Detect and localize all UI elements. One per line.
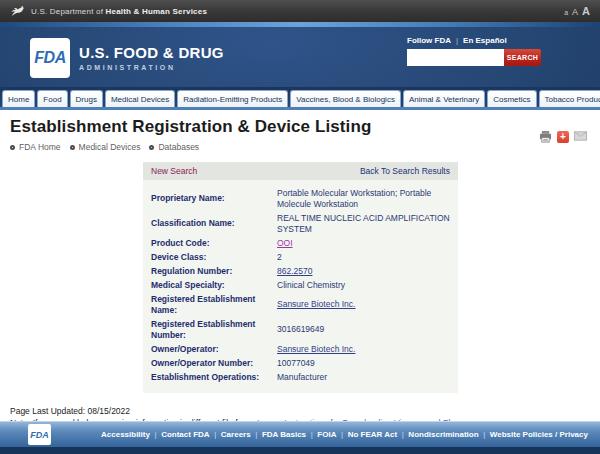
nav-tab[interactable]: Food [37,90,67,107]
nav-tab[interactable]: Vaccines, Blood & Biologics [290,90,401,107]
row-value-link[interactable]: 862.2570 [277,266,312,276]
main-content: Establishment Registration & Device List… [0,110,600,421]
page-title: Establishment Registration & Device List… [10,117,590,137]
row-value-cell: OOI [269,236,450,250]
share-icon[interactable]: + [557,131,569,143]
footer-link[interactable]: No FEAR Act [348,430,397,439]
nav-tab[interactable]: Animal & Veterinary [403,90,485,107]
row-value-link[interactable]: Sansure Biotech Inc. [277,344,355,354]
breadcrumb-link[interactable]: Databases [158,142,199,152]
breadcrumb: FDA HomeMedical DevicesDatabases [10,142,199,152]
breadcrumb-link[interactable]: FDA Home [19,142,61,152]
table-row: Medical Specialty:Clinical Chemistry [151,278,450,292]
print-icon[interactable] [539,131,552,143]
separator: | [341,430,343,439]
row-value-cell: 3016619649 [269,317,450,342]
follow-fda-link[interactable]: Follow FDA [407,36,451,45]
footer-fda-logo[interactable]: FDA [28,424,51,445]
footer-link[interactable]: Careers [221,430,251,439]
font-size-small-button[interactable]: a [564,9,568,16]
hhs-dept-bold: Health & Human Services [106,7,208,16]
search-button[interactable]: SEARCH [504,49,541,66]
footer-link[interactable]: FDA Basics [262,430,306,439]
row-value: REAL TIME NUCLEIC ACID AMPLIFICATION SYS… [277,213,450,234]
header-search: SEARCH [407,49,541,66]
results-panel: New Search Back To Search Results Propri… [143,162,458,393]
separator: | [255,430,257,439]
footer-link[interactable]: Nondiscrimination [408,430,478,439]
email-icon[interactable] [574,131,587,143]
table-row: Product Code:OOI [151,236,450,250]
nav-tab[interactable]: Drugs [70,90,103,107]
search-input[interactable] [407,49,504,66]
title-row: FDA HomeMedical DevicesDatabases [10,142,590,152]
separator: | [483,430,485,439]
footer-link[interactable]: Accessibility [101,430,150,439]
font-size-controls: a A A [564,5,590,17]
row-value-cell: Sansure Biotech Inc. [269,343,450,357]
fda-logo[interactable]: FDA [30,38,70,78]
font-size-large-button[interactable]: A [582,5,590,17]
row-value-cell: 10077049 [269,357,450,371]
nav-tab[interactable]: Cosmetics [487,90,536,107]
breadcrumb-bullet-icon [149,145,154,150]
share-icons: + [539,131,587,143]
breadcrumb-item[interactable]: Databases [149,142,199,152]
fda-org-title: U.S. FOOD & DRUG ADMINISTRATION [79,44,224,71]
table-row: Registered Establishment Name:Sansure Bi… [151,292,450,317]
row-value: 3016619649 [277,324,324,334]
row-value-link[interactable]: OOI [277,238,293,248]
hhs-top-bar: U.S. Department of Health & Human Servic… [0,0,600,22]
table-row: Owner/Operator:Sansure Biotech Inc. [151,343,450,357]
separator: | [214,430,216,439]
footer-link[interactable]: FOIA [317,430,336,439]
row-value-cell: Sansure Biotech Inc. [269,292,450,317]
main-nav: HomeFoodDrugsMedical DevicesRadiation-Em… [0,87,600,110]
row-value-cell: 2 [269,250,450,264]
row-label: Owner/Operator Number: [151,357,269,371]
nav-tab[interactable]: Medical Devices [105,90,175,107]
nav-tab[interactable]: Tobacco Products [539,90,600,107]
header-utility: Follow FDA|En Español SEARCH [407,36,541,66]
new-search-link[interactable]: New Search [151,166,197,176]
en-espanol-link[interactable]: En Español [463,36,507,45]
row-label: Registered Establishment Number: [151,317,269,342]
table-row: Regulation Number:862.2570 [151,264,450,278]
fda-org-line1: U.S. FOOD & DRUG [79,44,224,61]
footer-links: Accessibility|Contact FDA|Careers|FDA Ba… [51,430,600,439]
breadcrumb-item[interactable]: FDA Home [10,142,61,152]
fda-org-line2: ADMINISTRATION [79,64,224,71]
table-row: Classification Name:REAL TIME NUCLEIC AC… [151,211,450,236]
back-to-search-results-link[interactable]: Back To Search Results [360,166,450,176]
font-size-medium-button[interactable]: A [572,7,578,17]
row-value-cell: Portable Molecular Workstation; Portable… [269,186,450,211]
table-row: Registered Establishment Number:30166196… [151,317,450,342]
separator: | [402,430,404,439]
hhs-dept-prefix: U.S. Department of [31,7,103,16]
header-links: Follow FDA|En Español [407,36,541,45]
row-value: Portable Molecular Workstation; Portable… [277,188,431,209]
row-label: Classification Name: [151,211,269,236]
row-label: Medical Specialty: [151,278,269,292]
row-value: 10077049 [277,358,315,368]
results-header: New Search Back To Search Results [143,162,458,180]
row-label: Regulation Number: [151,264,269,278]
footer-link[interactable]: Website Policies / Privacy [490,430,588,439]
row-value-cell: Clinical Chemistry [269,278,450,292]
separator: | [456,36,458,45]
row-value-link[interactable]: Sansure Biotech Inc. [277,299,355,309]
details-table: Proprietary Name:Portable Molecular Work… [151,186,450,385]
hhs-department-label[interactable]: U.S. Department of Health & Human Servic… [31,7,207,16]
separator: | [311,430,313,439]
row-label: Product Code: [151,236,269,250]
details-table-body: Proprietary Name:Portable Molecular Work… [151,186,450,385]
row-label: Registered Establishment Name: [151,292,269,317]
row-value: Manufacturer [277,372,327,382]
row-label: Proprietary Name: [151,186,269,211]
page: { "hhs_bar": { "dept_prefix": "U.S. Depa… [0,0,600,454]
breadcrumb-link[interactable]: Medical Devices [79,142,141,152]
breadcrumb-item[interactable]: Medical Devices [70,142,141,152]
nav-tab[interactable]: Radiation-Emitting Products [177,90,288,107]
footer-link[interactable]: Contact FDA [161,430,209,439]
nav-tab[interactable]: Home [2,90,35,107]
